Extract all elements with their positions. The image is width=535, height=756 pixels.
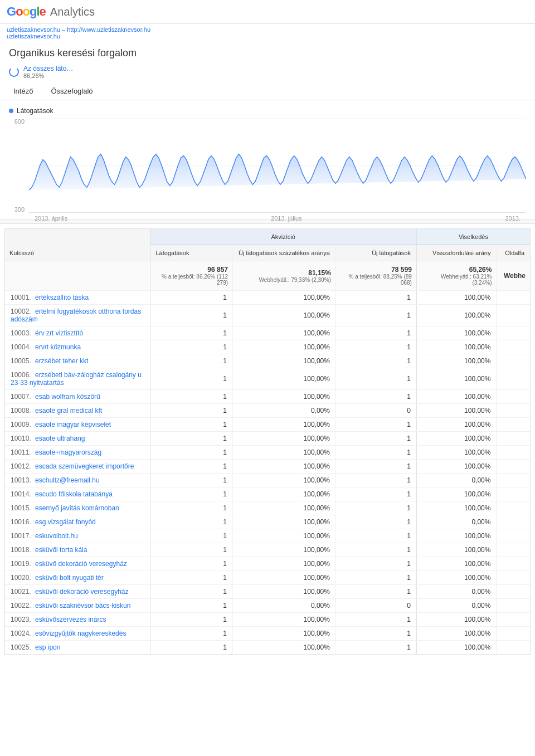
row-visits: 1 — [150, 641, 233, 655]
row-bounce: 0,00% — [416, 474, 497, 487]
totals-bounce-value: 65,26% — [421, 266, 492, 274]
row-keyword-link[interactable]: esküvői bolt nyugati tér — [35, 574, 104, 582]
google-logo: Google — [7, 4, 46, 19]
metric-box: Az összes láto… 86,26% — [0, 62, 535, 84]
row-keyword-link[interactable]: esernyő javítás komárnoban — [35, 504, 119, 512]
row-new-pct: 100,00% — [233, 557, 336, 571]
site-url-full[interactable]: http://www.uzletiszaknevsor.hu — [67, 26, 150, 33]
row-keyword-link[interactable]: erzsébet teher kkt — [35, 357, 88, 365]
row-keyword-link[interactable]: esküvő dekoráció veresegyház — [35, 560, 127, 568]
table-row: 10025. esp ipon 1 100,00% 1 100,00% — [5, 641, 530, 655]
row-new-pct: 100,00% — [233, 474, 336, 487]
row-pages — [497, 613, 530, 627]
row-keyword-link[interactable]: esküvőszervezés inárcs — [35, 616, 106, 623]
row-new: 1 — [335, 305, 416, 326]
row-pages — [497, 641, 530, 655]
row-keyword-link[interactable]: esküvői torta kála — [35, 546, 87, 554]
row-keyword-link[interactable]: esküvői szaknévsor bács-kiskun — [35, 602, 130, 609]
chart-legend: Látogatások — [9, 107, 526, 115]
table-container: Kulcsszó Akvizíció Viselkedés Látogatáso… — [4, 228, 531, 655]
row-keyword-cell: 10012. escada szemüvegkeret importőre — [5, 460, 150, 474]
col-visits-header: Látogatások — [150, 245, 233, 261]
row-bounce: 100,00% — [416, 557, 497, 571]
row-new-pct: 100,00% — [233, 446, 336, 460]
row-visits: 1 — [150, 354, 233, 368]
row-keyword-cell: 10015. esernyő javítás komárnoban — [5, 501, 150, 515]
row-keyword-cell: 10025. esp ipon — [5, 641, 150, 655]
row-keyword-cell: 10019. esküvő dekoráció veresegyház — [5, 557, 150, 571]
row-keyword-link[interactable]: eschultz@freemail.hu — [35, 476, 100, 484]
row-keyword-link[interactable]: esab wolfram köszörű — [35, 393, 100, 401]
site-url-primary[interactable]: uzletiszaknevsor.hu — [7, 26, 60, 33]
row-keyword-link[interactable]: esaote gral medical kft — [35, 407, 102, 414]
row-keyword-link[interactable]: ervrt közmunka — [35, 343, 81, 351]
row-keyword-cell: 10013. eschultz@freemail.hu — [5, 474, 150, 487]
row-num: 10015. — [11, 504, 31, 512]
totals-new-visits-value: 78 599 — [341, 266, 412, 274]
row-keyword-cell: 10023. esküvőszervezés inárcs — [5, 613, 150, 627]
totals-pages-cell: Webhe — [497, 261, 530, 291]
row-keyword-link[interactable]: esaote ultrahang — [35, 435, 85, 442]
row-new: 1 — [335, 418, 416, 432]
row-keyword-link[interactable]: esg vizsgálat fonyód — [35, 518, 96, 526]
chart-inner — [29, 118, 526, 213]
row-keyword-link[interactable]: escudo főiskola tatabánya — [35, 490, 113, 498]
totals-new-visits-cell: 78 599 % a teljesből: 88,25% (89 068) — [335, 261, 416, 291]
row-bounce: 100,00% — [416, 305, 497, 326]
col-new-visits-pct-header: Új látogatások százalékos aránya — [233, 245, 336, 261]
table-row: 10018. esküvői torta kála 1 100,00% 1 10… — [5, 543, 530, 557]
row-visits: 1 — [150, 529, 233, 543]
row-new-pct: 100,00% — [233, 326, 336, 340]
acquisition-group-header: Akvizíció — [150, 229, 416, 245]
tab-összefoglaló[interactable]: Összefoglaló — [42, 84, 101, 100]
row-keyword-link[interactable]: escada szemüvegkeret importőre — [35, 462, 134, 470]
row-visits: 1 — [150, 305, 233, 326]
table-row: 10020. esküvői bolt nyugati tér 1 100,00… — [5, 571, 530, 585]
row-pages — [497, 460, 530, 474]
row-keyword-link[interactable]: értékszállító táska — [35, 294, 89, 301]
site-info: uzletiszaknevsor.hu – http://www.uzletis… — [0, 24, 535, 42]
row-pages — [497, 474, 530, 487]
totals-visits-value: 96 857 — [155, 266, 228, 274]
site-url-short[interactable]: uzletiszaknevsor.hu — [7, 33, 60, 40]
row-bounce: 100,00% — [416, 446, 497, 460]
row-keyword-link[interactable]: esp ipon — [35, 643, 60, 651]
row-keyword-cell: 10011. esaote+magyarország — [5, 446, 150, 460]
row-bounce: 0,00% — [416, 585, 497, 599]
row-bounce: 100,00% — [416, 340, 497, 354]
row-keyword-cell: 10010. esaote ultrahang — [5, 432, 150, 446]
row-bounce: 100,00% — [416, 390, 497, 404]
table-section: Kulcsszó Akvizíció Viselkedés Látogatáso… — [0, 228, 535, 664]
row-bounce: 100,00% — [416, 641, 497, 655]
totals-row: 96 857 % a teljesből: 86,26% (112 279) 8… — [5, 261, 530, 291]
row-pages — [497, 404, 530, 418]
row-keyword-link[interactable]: érv zrt viztisztító — [35, 329, 83, 337]
row-bounce: 100,00% — [416, 627, 497, 641]
row-new-pct: 100,00% — [233, 305, 336, 326]
totals-new-pct-value: 81,15% — [237, 269, 331, 277]
table-row: 10015. esernyő javítás komárnoban 1 100,… — [5, 501, 530, 515]
tab-intéző[interactable]: Intéző — [4, 84, 42, 100]
row-keyword-link[interactable]: esaote magyar képviselet — [35, 421, 111, 428]
row-keyword-link[interactable]: esküvői dekoráció veresegyház — [35, 588, 128, 596]
row-new: 1 — [335, 557, 416, 571]
row-visits: 1 — [150, 404, 233, 418]
row-keyword-link[interactable]: eskuvoibolt.hu — [35, 532, 78, 540]
row-keyword-link[interactable]: esaote+magyarország — [35, 448, 101, 456]
row-pages — [497, 418, 530, 432]
row-keyword-cell: 10017. eskuvoibolt.hu — [5, 529, 150, 543]
row-num: 10020. — [11, 574, 31, 582]
row-keyword-link[interactable]: esővízgyűjtők nagykereskedés — [35, 630, 126, 637]
row-new: 1 — [335, 368, 416, 390]
row-num: 10022. — [11, 602, 31, 609]
row-new-pct: 100,00% — [233, 354, 336, 368]
row-new-pct: 100,00% — [233, 529, 336, 543]
row-pages — [497, 557, 530, 571]
row-keyword-cell: 10001. értékszállító táska — [5, 291, 150, 305]
metric-info: Az összes láto… 86,26% — [23, 65, 73, 79]
row-bounce: 100,00% — [416, 613, 497, 627]
row-pages — [497, 354, 530, 368]
row-num: 10019. — [11, 560, 31, 568]
row-bounce: 100,00% — [416, 354, 497, 368]
row-num: 10013. — [11, 476, 31, 484]
